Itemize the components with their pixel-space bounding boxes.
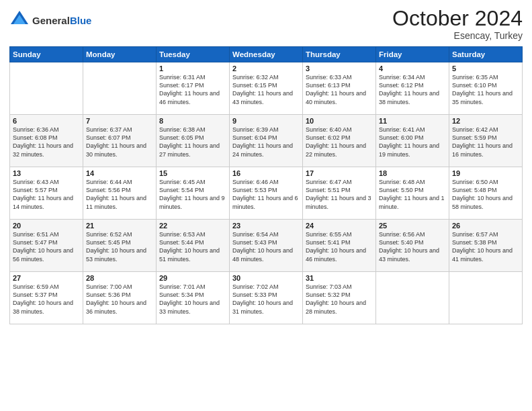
day-number: 10 [306, 117, 373, 125]
table-row: 24Sunrise: 6:55 AMSunset: 5:41 PMDayligh… [303, 220, 376, 272]
calendar-header-row: Sunday Monday Tuesday Wednesday Thursday… [10, 47, 523, 62]
cell-content: Sunrise: 6:32 AMSunset: 6:15 PMDaylight:… [232, 73, 300, 106]
cell-content: Sunrise: 6:38 AMSunset: 6:05 PMDaylight:… [159, 126, 226, 158]
day-number: 8 [159, 117, 226, 125]
day-number: 20 [13, 222, 80, 230]
month-year: October 2024 [392, 7, 523, 30]
col-saturday: Saturday [449, 47, 523, 62]
cell-content: Sunrise: 6:57 AMSunset: 5:38 PMDaylight:… [452, 230, 519, 263]
logo-icon [9, 9, 30, 30]
cell-content: Sunrise: 6:42 AMSunset: 5:59 PMDaylight:… [452, 126, 519, 158]
cell-content: Sunrise: 6:31 AMSunset: 6:17 PMDaylight:… [159, 73, 226, 106]
table-row: 4Sunrise: 6:34 AMSunset: 6:12 PMDaylight… [376, 62, 449, 115]
day-number: 12 [452, 117, 519, 125]
day-number: 13 [13, 169, 80, 177]
cell-content: Sunrise: 6:59 AMSunset: 5:37 PMDaylight:… [13, 283, 80, 316]
day-number: 3 [306, 64, 373, 73]
calendar-week-row: 6Sunrise: 6:36 AMSunset: 6:08 PMDaylight… [10, 115, 523, 167]
day-number: 19 [452, 169, 519, 177]
table-row: 21Sunrise: 6:52 AMSunset: 5:45 PMDayligh… [83, 220, 157, 272]
table-row: 16Sunrise: 6:46 AMSunset: 5:53 PMDayligh… [230, 167, 303, 220]
cell-content: Sunrise: 6:56 AMSunset: 5:40 PMDaylight:… [379, 230, 446, 263]
table-row: 22Sunrise: 6:53 AMSunset: 5:44 PMDayligh… [157, 220, 230, 272]
cell-content: Sunrise: 6:55 AMSunset: 5:41 PMDaylight:… [306, 230, 373, 263]
day-number: 29 [159, 274, 226, 282]
table-row: 17Sunrise: 6:47 AMSunset: 5:51 PMDayligh… [303, 167, 376, 220]
cell-content: Sunrise: 6:47 AMSunset: 5:51 PMDaylight:… [306, 178, 373, 211]
table-row: 20Sunrise: 6:51 AMSunset: 5:47 PMDayligh… [10, 220, 83, 272]
day-number: 28 [86, 274, 153, 282]
table-row: 27Sunrise: 6:59 AMSunset: 5:37 PMDayligh… [10, 272, 83, 324]
cell-content: Sunrise: 6:51 AMSunset: 5:47 PMDaylight:… [13, 230, 80, 263]
table-row: 13Sunrise: 6:43 AMSunset: 5:57 PMDayligh… [10, 167, 83, 220]
day-number: 6 [13, 117, 80, 125]
day-number: 16 [232, 169, 300, 177]
day-number: 26 [452, 222, 519, 230]
logo-blue-text: Blue [70, 15, 92, 26]
col-tuesday: Tuesday [157, 47, 230, 62]
day-number: 21 [86, 222, 153, 230]
cell-content: Sunrise: 7:00 AMSunset: 5:36 PMDaylight:… [86, 283, 153, 316]
table-row: 19Sunrise: 6:50 AMSunset: 5:48 PMDayligh… [449, 167, 523, 220]
table-row: 26Sunrise: 6:57 AMSunset: 5:38 PMDayligh… [449, 220, 523, 272]
day-number: 15 [159, 169, 226, 177]
calendar: Sunday Monday Tuesday Wednesday Thursday… [9, 46, 523, 324]
day-number: 17 [306, 169, 373, 177]
table-row: 7Sunrise: 6:37 AMSunset: 6:07 PMDaylight… [83, 115, 157, 167]
cell-content: Sunrise: 6:53 AMSunset: 5:44 PMDaylight:… [159, 230, 226, 263]
cell-content: Sunrise: 6:44 AMSunset: 5:56 PMDaylight:… [86, 178, 153, 211]
day-number: 7 [86, 117, 153, 125]
cell-content: Sunrise: 6:45 AMSunset: 5:54 PMDaylight:… [159, 178, 226, 211]
table-row: 14Sunrise: 6:44 AMSunset: 5:56 PMDayligh… [83, 167, 157, 220]
day-number: 1 [159, 64, 226, 73]
col-monday: Monday [83, 47, 157, 62]
table-row: 2Sunrise: 6:32 AMSunset: 6:15 PMDaylight… [230, 62, 303, 115]
day-number: 25 [379, 222, 446, 230]
cell-content: Sunrise: 7:01 AMSunset: 5:34 PMDaylight:… [159, 283, 226, 316]
calendar-week-row: 13Sunrise: 6:43 AMSunset: 5:57 PMDayligh… [10, 167, 523, 220]
day-number: 23 [232, 222, 300, 230]
location: Esencay, Turkey [392, 30, 523, 41]
cell-content: Sunrise: 6:35 AMSunset: 6:10 PMDaylight:… [452, 73, 519, 106]
cell-content: Sunrise: 6:50 AMSunset: 5:48 PMDaylight:… [452, 178, 519, 211]
table-row: 6Sunrise: 6:36 AMSunset: 6:08 PMDaylight… [10, 115, 83, 167]
table-row: 31Sunrise: 7:03 AMSunset: 5:32 PMDayligh… [303, 272, 376, 324]
day-number: 9 [232, 117, 300, 125]
cell-content: Sunrise: 6:48 AMSunset: 5:50 PMDaylight:… [379, 178, 446, 211]
table-row [10, 62, 83, 115]
logo: GeneralBlue [9, 9, 91, 32]
table-row: 25Sunrise: 6:56 AMSunset: 5:40 PMDayligh… [376, 220, 449, 272]
col-sunday: Sunday [10, 47, 83, 62]
table-row: 29Sunrise: 7:01 AMSunset: 5:34 PMDayligh… [157, 272, 230, 324]
table-row: 15Sunrise: 6:45 AMSunset: 5:54 PMDayligh… [157, 167, 230, 220]
cell-content: Sunrise: 6:39 AMSunset: 6:04 PMDaylight:… [232, 126, 300, 158]
day-number: 30 [232, 274, 300, 282]
cell-content: Sunrise: 6:46 AMSunset: 5:53 PMDaylight:… [232, 178, 300, 211]
day-number: 14 [86, 169, 153, 177]
cell-content: Sunrise: 6:40 AMSunset: 6:02 PMDaylight:… [306, 126, 373, 158]
logo-general-text: General [32, 15, 70, 26]
table-row [83, 62, 157, 115]
page: GeneralBlue October 2024 Esencay, Turkey… [0, 0, 532, 411]
table-row: 10Sunrise: 6:40 AMSunset: 6:02 PMDayligh… [303, 115, 376, 167]
table-row: 8Sunrise: 6:38 AMSunset: 6:05 PMDaylight… [157, 115, 230, 167]
table-row [376, 272, 449, 324]
table-row: 28Sunrise: 7:00 AMSunset: 5:36 PMDayligh… [83, 272, 157, 324]
day-number: 24 [306, 222, 373, 230]
header: GeneralBlue October 2024 Esencay, Turkey [9, 7, 523, 41]
day-number: 22 [159, 222, 226, 230]
cell-content: Sunrise: 6:52 AMSunset: 5:45 PMDaylight:… [86, 230, 153, 263]
day-number: 2 [232, 64, 300, 73]
day-number: 5 [452, 64, 519, 73]
cell-content: Sunrise: 6:34 AMSunset: 6:12 PMDaylight:… [379, 73, 446, 106]
calendar-week-row: 20Sunrise: 6:51 AMSunset: 5:47 PMDayligh… [10, 220, 523, 272]
cell-content: Sunrise: 7:02 AMSunset: 5:33 PMDaylight:… [232, 283, 300, 316]
col-friday: Friday [376, 47, 449, 62]
day-number: 31 [306, 274, 373, 282]
day-number: 18 [379, 169, 446, 177]
calendar-week-row: 1Sunrise: 6:31 AMSunset: 6:17 PMDaylight… [10, 62, 523, 115]
cell-content: Sunrise: 7:03 AMSunset: 5:32 PMDaylight:… [306, 283, 373, 316]
day-number: 4 [379, 64, 446, 73]
table-row: 18Sunrise: 6:48 AMSunset: 5:50 PMDayligh… [376, 167, 449, 220]
cell-content: Sunrise: 6:41 AMSunset: 6:00 PMDaylight:… [379, 126, 446, 158]
